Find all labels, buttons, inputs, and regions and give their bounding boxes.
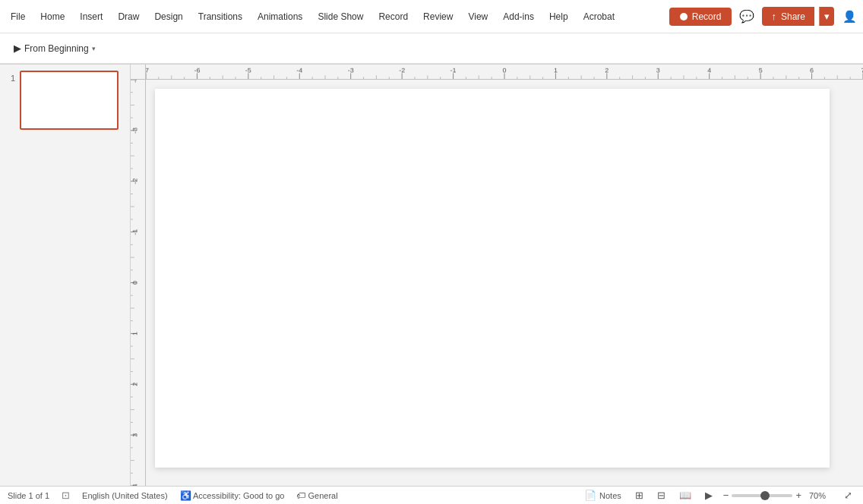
slide-show-status-button[interactable]: ▶	[702, 488, 716, 502]
fit-slide-icon: ⤢	[844, 490, 852, 501]
zoom-in-icon[interactable]: +	[795, 490, 801, 501]
slide-sorter-icon: ⊟	[657, 490, 665, 501]
zoom-thumb[interactable]	[760, 491, 770, 500]
vertical-ruler-canvas	[131, 80, 145, 486]
slide-thumbnail[interactable]	[20, 71, 119, 130]
notes-label: Notes	[599, 491, 621, 500]
play-icon: ▶	[14, 43, 21, 54]
reading-view-button[interactable]: 📖	[676, 488, 694, 502]
chevron-down-icon: ▾	[824, 11, 830, 22]
zoom-slider[interactable]: − +	[723, 490, 801, 501]
menu-design[interactable]: Design	[147, 7, 190, 27]
record-button-label: Record	[692, 11, 722, 22]
menu-animations[interactable]: Animations	[250, 7, 310, 27]
presenter-icon-btn[interactable]: 👤	[839, 6, 860, 27]
record-button[interactable]: Record	[669, 8, 732, 26]
toolbar: ▶ From Beginning ▾	[0, 33, 863, 64]
share-icon: ↑	[771, 11, 776, 22]
slide-canvas[interactable]	[155, 89, 830, 468]
right-toolbar: Record 💬 ↑ Share ▾ 👤	[669, 6, 860, 27]
menu-file[interactable]: File	[3, 7, 33, 27]
slide-panel: 1	[0, 65, 131, 486]
status-bar: Slide 1 of 1 ⊡ English (United States) ♿…	[0, 486, 863, 504]
fit-slide-button[interactable]: ⤢	[841, 488, 855, 502]
editor-area	[131, 65, 863, 486]
from-beginning-button[interactable]: ▶ From Beginning ▾	[6, 39, 103, 58]
menu-home[interactable]: Home	[33, 7, 72, 27]
general-label: 🏷 General	[296, 490, 337, 501]
notes-icon: 📄	[584, 490, 596, 501]
tag-icon: 🏷	[296, 490, 305, 501]
menu-draw[interactable]: Draw	[110, 7, 147, 27]
reading-view-icon: 📖	[679, 490, 691, 501]
slide-show-status-icon: ▶	[705, 490, 713, 501]
slide-sorter-button[interactable]: ⊟	[654, 488, 669, 502]
notes-button[interactable]: 📄 Notes	[581, 488, 624, 502]
status-right: 📄 Notes ⊞ ⊟ 📖 ▶ − + 70% ⤢	[581, 488, 855, 502]
from-beginning-label: From Beginning	[24, 43, 89, 54]
share-button[interactable]: ↑ Share	[762, 7, 814, 26]
menu-record[interactable]: Record	[371, 7, 416, 27]
share-dropdown-arrow[interactable]: ▾	[819, 7, 834, 26]
menu-acrobat[interactable]: Acrobat	[576, 7, 622, 27]
zoom-percent[interactable]: 70%	[809, 491, 833, 500]
slide-item: 1	[5, 71, 125, 130]
menu-help[interactable]: Help	[542, 7, 576, 27]
slide-info: Slide 1 of 1	[8, 491, 49, 500]
zoom-out-icon[interactable]: −	[723, 490, 729, 501]
comments-icon-btn[interactable]: 💬	[736, 6, 757, 27]
horizontal-ruler-canvas	[146, 65, 863, 79]
main-area: 1	[0, 65, 863, 486]
slide-editor-row	[131, 80, 863, 486]
menu-insert[interactable]: Insert	[72, 7, 110, 27]
accessibility-icon: ♿	[180, 490, 191, 501]
menu-transitions[interactable]: Transitions	[191, 7, 250, 27]
menu-addins[interactable]: Add-ins	[495, 7, 542, 27]
chevron-down-icon: ▾	[92, 45, 96, 52]
share-button-label: Share	[781, 11, 805, 22]
ruler-corner	[131, 65, 146, 80]
slide-show-icon: ⊡	[62, 490, 70, 501]
horizontal-ruler-row	[131, 65, 863, 80]
menu-review[interactable]: Review	[416, 7, 460, 27]
slide-canvas-area[interactable]	[146, 80, 863, 486]
menu-slideshow[interactable]: Slide Show	[310, 7, 371, 27]
normal-view-icon: ⊞	[635, 490, 643, 501]
vertical-ruler	[131, 80, 146, 486]
slide-number: 1	[5, 74, 15, 83]
normal-view-button[interactable]: ⊞	[632, 488, 646, 502]
language-label: English (United States)	[82, 491, 168, 500]
accessibility-label: ♿ Accessibility: Good to go	[180, 490, 285, 501]
record-dot-icon	[680, 13, 688, 20]
menu-view[interactable]: View	[460, 7, 495, 27]
menu-bar: File Home Insert Draw Design Transitions…	[0, 0, 863, 33]
zoom-track[interactable]	[732, 494, 792, 497]
horizontal-ruler	[146, 65, 863, 80]
